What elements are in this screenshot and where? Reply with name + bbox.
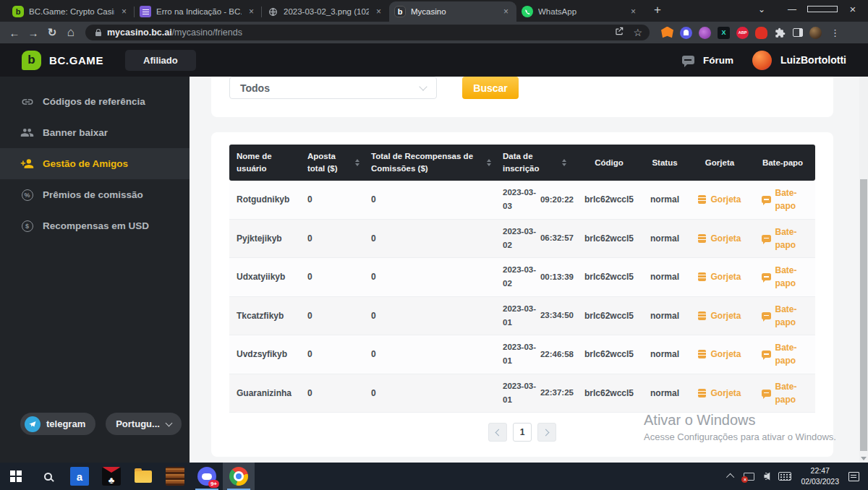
page-scrollbar[interactable] <box>859 77 868 463</box>
minimize-button[interactable]: — <box>777 0 807 20</box>
tip-button[interactable]: Gorjeta <box>698 233 741 244</box>
telegram-button[interactable]: telegram <box>20 413 95 435</box>
sort-icon[interactable] <box>355 159 359 166</box>
chat-button[interactable]: Bate-papo <box>762 341 804 367</box>
forum-link[interactable]: Fórum <box>703 55 733 66</box>
chat-button[interactable]: Bate-papo <box>762 264 804 290</box>
adblock-plus-icon[interactable]: ABP <box>736 27 749 39</box>
extensions-puzzle-icon[interactable] <box>774 27 786 39</box>
volume-icon[interactable] <box>764 472 769 481</box>
close-button[interactable]: × <box>838 0 868 20</box>
telegram-icon <box>25 416 41 432</box>
action-center-icon[interactable] <box>848 472 859 481</box>
cell-username: Guaranizinha <box>229 388 307 398</box>
filter-select[interactable]: Todos <box>229 77 437 99</box>
prev-page-button[interactable] <box>488 423 507 442</box>
tab-search-chevron-icon[interactable]: ⌄ <box>746 0 777 20</box>
bcgame-logo-icon[interactable]: b <box>22 51 41 70</box>
cell-status: normal <box>644 233 689 244</box>
address-bar[interactable]: mycasino.bc.ai/mycasino/friends ☆ <box>85 25 650 40</box>
start-button[interactable] <box>0 463 32 490</box>
tab-whatsapp[interactable]: WhatsApp × <box>516 1 644 22</box>
tab-close-icon[interactable]: × <box>373 7 384 17</box>
tip-button[interactable]: Gorjeta <box>698 272 741 282</box>
taskbar-app-discord[interactable]: 9+ <box>191 463 223 490</box>
taskbar-search-button[interactable] <box>32 463 64 490</box>
folder-icon <box>135 470 152 483</box>
tab-close-icon[interactable]: × <box>501 7 511 17</box>
cell-code: brlc62wccl5 <box>578 388 644 398</box>
tip-button[interactable]: Gorjeta <box>698 349 741 359</box>
keyboard-icon[interactable] <box>778 472 791 481</box>
taskbar-app-chrome[interactable] <box>223 463 255 490</box>
taskbar-app-game[interactable] <box>159 463 191 490</box>
friends-table-panel: Nome de usuário Aposta total ($) Total d… <box>211 132 833 457</box>
taskbar-app-amd[interactable]: a <box>64 463 95 490</box>
tab-mycasino-active[interactable]: b Mycasino × <box>389 1 516 22</box>
tab-bcgame[interactable]: b BC.Game: Crypto Casino Gam × <box>7 1 135 22</box>
taskbar-app-casino[interactable]: ♣ <box>95 463 127 490</box>
tip-button[interactable]: Gorjeta <box>698 194 741 205</box>
sidebar-item-friends-management[interactable]: Gestão de Amigos <box>0 148 190 179</box>
bookmark-star-icon[interactable]: ☆ <box>633 27 642 38</box>
scrollbar-thumb[interactable] <box>860 179 867 451</box>
search-button[interactable]: Buscar <box>462 77 519 99</box>
filter-panel: Todos Buscar <box>211 77 833 117</box>
sidebar-item-usd-rewards[interactable]: $ Recompensas em USD <box>0 210 190 241</box>
taskbar-app-file-explorer[interactable] <box>127 463 159 490</box>
tab-close-icon[interactable]: × <box>628 7 639 17</box>
tip-button[interactable]: Gorjeta <box>698 388 741 398</box>
chat-button[interactable]: Bate-papo <box>762 225 804 252</box>
scrollbar-down-arrow-icon[interactable] <box>861 457 867 460</box>
column-header-signup-date[interactable]: Data de inscrição <box>503 150 578 174</box>
metamask-extension-icon[interactable] <box>661 27 673 39</box>
username-label[interactable]: LuizBortolotti <box>780 54 846 66</box>
home-button[interactable]: ⌂ <box>62 25 80 40</box>
cell-code: brlc62wccl5 <box>578 272 644 282</box>
chat-button[interactable]: Bate-papo <box>762 380 804 406</box>
tab-png-image[interactable]: 2023-03-02_3.png (1024×76 × <box>262 1 389 22</box>
back-button[interactable]: ← <box>6 27 23 39</box>
column-header-username[interactable]: Nome de usuário <box>229 150 307 174</box>
tab-title: 2023-03-02_3.png (1024×76 <box>284 7 369 16</box>
cell-commission-rewards: 0 <box>371 388 503 398</box>
filter-select-value: Todos <box>240 82 270 94</box>
tab-erro-indicacao[interactable]: Erro na Indicação - BC.Game × <box>135 1 262 22</box>
chat-button[interactable]: Bate-papo <box>762 186 804 212</box>
taskbar-clock[interactable]: 22:47 02/03/2023 <box>801 465 839 487</box>
tray-chevron-up-icon[interactable] <box>726 473 734 481</box>
cell-status: normal <box>644 388 689 398</box>
sort-icon[interactable] <box>562 159 566 166</box>
side-panel-icon[interactable] <box>793 28 803 37</box>
affiliate-button[interactable]: Afiliado <box>125 50 196 71</box>
reload-button[interactable]: ↻ <box>43 26 61 39</box>
column-header-bet-total[interactable]: Aposta total ($) <box>307 150 371 174</box>
x-extension-icon[interactable]: X <box>718 27 730 39</box>
cell-status: normal <box>644 194 689 205</box>
new-tab-button[interactable]: + <box>648 1 667 20</box>
maximize-button[interactable] <box>807 0 838 20</box>
forward-button[interactable]: → <box>25 27 42 39</box>
next-page-button[interactable] <box>537 423 556 442</box>
sidebar-item-banner-download[interactable]: Banner baixar <box>0 117 190 148</box>
profile-avatar-icon[interactable] <box>809 27 822 39</box>
browser-menu-icon[interactable]: ⋮ <box>826 27 844 38</box>
sidebar-item-commission-rewards[interactable]: % Prêmios de comissão <box>0 179 190 210</box>
tip-button[interactable]: Gorjeta <box>698 311 741 321</box>
tab-close-icon[interactable]: × <box>119 7 129 17</box>
site-header: b BC.GAME Afiliado Fórum LuizBortolotti <box>0 43 868 77</box>
network-disconnected-icon[interactable]: × <box>744 473 754 481</box>
column-header-commission-rewards[interactable]: Total de Recompensas de Comissões ($) <box>371 150 503 174</box>
sort-icon[interactable] <box>487 159 491 166</box>
purple-extension-icon[interactable] <box>699 27 711 39</box>
sidebar-item-referral-codes[interactable]: Códigos de referência <box>0 86 190 117</box>
language-selector[interactable]: Portugu... <box>106 413 182 435</box>
stop-hand-extension-icon[interactable] <box>755 27 767 39</box>
ghost-extension-icon[interactable] <box>680 27 692 39</box>
brand-title: BC.GAME <box>49 54 103 66</box>
user-avatar[interactable] <box>752 51 772 70</box>
current-page-button[interactable]: 1 <box>513 423 532 442</box>
chat-button[interactable]: Bate-papo <box>762 303 804 329</box>
share-icon[interactable] <box>614 26 624 39</box>
tab-close-icon[interactable]: × <box>246 7 257 17</box>
